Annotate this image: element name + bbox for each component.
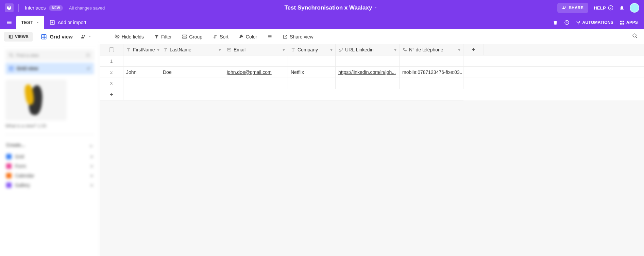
create-gallery[interactable]: Gallery+ [3, 180, 96, 190]
group-button[interactable]: Group [179, 32, 206, 42]
chevron-down-icon[interactable]: ▾ [394, 47, 396, 52]
row-height-button[interactable] [264, 32, 276, 41]
cube-icon [6, 5, 12, 11]
apps-label: APPS [626, 20, 638, 25]
chevron-down-icon [374, 6, 377, 10]
cell[interactable]: mobile:0787123476-fixe:03... [400, 67, 463, 78]
trash-button[interactable] [553, 20, 558, 25]
svg-rect-10 [623, 23, 624, 24]
cell[interactable]: John [123, 67, 160, 78]
chevron-down-icon[interactable]: ▾ [219, 47, 221, 52]
cell[interactable] [224, 55, 288, 66]
search-button[interactable] [630, 31, 640, 42]
table-row[interactable]: 2 John Doe john.doe@gmail.com Netflix ht… [100, 67, 644, 78]
cell[interactable] [336, 78, 400, 89]
tables-menu-button[interactable] [3, 16, 16, 29]
share-view-label: Share view [290, 34, 313, 39]
filter-button[interactable]: Filter [151, 32, 175, 42]
cell[interactable] [160, 55, 224, 66]
cell[interactable] [400, 55, 463, 66]
apps-button[interactable]: APPS [620, 20, 638, 25]
chevron-down-icon[interactable]: ▾ [330, 47, 333, 52]
select-all-cell[interactable] [100, 44, 123, 55]
cell[interactable] [160, 78, 224, 89]
create-form[interactable]: Form+ [3, 161, 96, 171]
email-link[interactable]: john.doe@gmail.com [227, 69, 272, 75]
column-header[interactable]: N° de téléphone▾ [400, 44, 463, 55]
gallery-swatch [6, 182, 12, 188]
help-button[interactable]: HELP ? [594, 5, 613, 11]
column-header[interactable]: LastName▾ [160, 44, 224, 55]
automations-button[interactable]: AUTOMATIONS [576, 20, 614, 25]
color-button[interactable]: Color [235, 32, 260, 42]
create-grid[interactable]: Grid+ [3, 152, 96, 161]
add-row-button[interactable]: + [100, 89, 123, 100]
column-header[interactable]: Email▾ [224, 44, 288, 55]
grid-icon [9, 66, 14, 71]
sidebar-view-active[interactable]: Grid view [5, 63, 94, 74]
app-logo[interactable] [5, 3, 14, 12]
hamburger-icon [6, 19, 12, 26]
group-label: Group [189, 34, 202, 39]
plus-icon: + [90, 154, 93, 159]
cell-url[interactable]: https://linkedin.com/in/joh... [336, 67, 400, 78]
email-type-icon [227, 47, 232, 52]
create-calendar[interactable]: Calendar+ [3, 171, 96, 180]
cell[interactable] [224, 78, 288, 89]
share-button[interactable]: SHARE [557, 3, 589, 13]
create-section-header[interactable]: Create... ⌄ [3, 141, 96, 149]
hide-fields-button[interactable]: Hide fields [111, 32, 147, 42]
paint-icon [239, 34, 244, 39]
cell[interactable]: Doe [160, 67, 224, 78]
chevron-down-icon[interactable]: ▾ [458, 47, 460, 52]
base-title[interactable]: Test Synchronisation x Waalaxy [284, 4, 377, 11]
add-column-button[interactable]: + [463, 44, 484, 55]
cell[interactable] [123, 55, 160, 66]
url-link[interactable]: https://linkedin.com/in/joh... [338, 69, 396, 75]
notifications-button[interactable] [619, 5, 625, 11]
share-label: SHARE [569, 5, 584, 10]
history-button[interactable] [564, 20, 570, 25]
view-search-placeholder: Find a view [16, 53, 39, 58]
table-row[interactable]: 3 [100, 78, 644, 89]
cell[interactable] [336, 55, 400, 66]
views-toggle[interactable]: VIEWS [4, 32, 33, 42]
create-item-label: Calendar [15, 173, 34, 178]
group-icon [182, 34, 187, 39]
share-view-button[interactable]: Share view [279, 32, 317, 42]
chevron-icon: ⌄ [89, 142, 93, 148]
cell[interactable] [288, 78, 336, 89]
chevron-down-icon[interactable]: ▾ [157, 47, 159, 52]
sort-button[interactable]: Sort [209, 32, 232, 42]
cell-email[interactable]: john.doe@gmail.com [224, 67, 288, 78]
interfaces-link[interactable]: Interfaces [25, 5, 46, 11]
column-name: Company [298, 47, 328, 52]
cell[interactable]: Netflix [288, 67, 336, 78]
user-avatar[interactable] [630, 3, 639, 13]
cell[interactable] [400, 78, 463, 89]
column-name: URL Linkedin [345, 47, 392, 52]
cell[interactable] [123, 78, 160, 89]
add-table-button[interactable]: Add or import [45, 16, 91, 29]
view-selector[interactable]: Grid view [37, 32, 76, 42]
divider [18, 4, 19, 12]
text-type-icon [291, 47, 295, 52]
row-number[interactable]: 3 [100, 78, 123, 89]
row-number[interactable]: 2 [100, 67, 123, 78]
sidebar-promo-card[interactable]: What is a view? 1:33 [5, 80, 94, 128]
column-header[interactable]: Company▾ [288, 44, 336, 55]
table-tab-active[interactable]: TEST [16, 16, 44, 29]
chevron-down-icon[interactable]: ▾ [283, 47, 285, 52]
cell[interactable] [288, 55, 336, 66]
view-collaborators[interactable] [78, 32, 94, 42]
column-header[interactable]: URL Linkedin▾ [336, 44, 400, 55]
column-name: N° de téléphone [409, 47, 456, 52]
column-header[interactable]: FirstName▾ [123, 44, 160, 55]
data-grid: FirstName▾ LastName▾ Email▾ Company▾ URL… [100, 44, 644, 100]
table-row[interactable]: 1 [100, 55, 644, 67]
row-number[interactable]: 1 [100, 55, 123, 66]
top-bar: Interfaces NEW All changes saved Test Sy… [0, 0, 644, 16]
sidebar-icon [8, 34, 13, 39]
sort-label: Sort [220, 34, 228, 39]
view-search[interactable]: Find a view [5, 50, 94, 61]
